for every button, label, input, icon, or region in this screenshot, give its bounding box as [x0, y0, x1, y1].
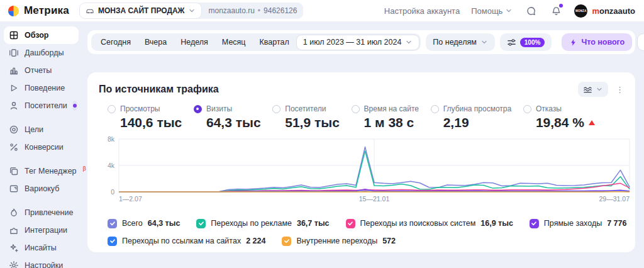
legend-item-6[interactable]: Внутренние переходы572 — [282, 237, 396, 246]
chevron-down-icon — [480, 38, 488, 46]
metric-tab-посетители[interactable]: Посетители51,9 тыс — [272, 104, 340, 130]
sidebar-item-goals[interactable]: Цели — [4, 121, 79, 138]
metric-header: Отказы — [523, 104, 595, 113]
preset-вчера[interactable]: Вчера — [138, 35, 174, 50]
counter-separator: • — [258, 6, 260, 15]
card-title: По источникам трафика — [99, 84, 219, 95]
overview-grid-icon — [9, 30, 19, 40]
checkbox-checked-icon[interactable] — [530, 219, 539, 228]
tag-manager-icon — [9, 166, 19, 176]
conversions-icon — [9, 142, 19, 152]
account-settings-link[interactable]: Настройка аккаунта — [384, 6, 460, 16]
checkbox-checked-icon[interactable] — [346, 219, 355, 228]
card-header: По источникам трафика ⋮ — [99, 82, 624, 97]
metric-value: 64,3 тыс — [194, 115, 261, 130]
legend-series-name: Переходы по рекламе — [211, 219, 292, 228]
attraction-icon — [9, 208, 19, 218]
svg-text:15—21.01: 15—21.01 — [359, 195, 390, 203]
dashboards-icon — [9, 48, 19, 58]
metric-radio[interactable] — [523, 105, 531, 113]
sidebar-item-visitors[interactable]: Посетители — [4, 97, 79, 114]
checkbox-checked-icon[interactable] — [282, 237, 291, 246]
sidebar-item-tag-manager[interactable]: Тег Менеджерβ — [4, 162, 79, 180]
grouping-value: По неделям — [433, 38, 476, 47]
metric-radio[interactable] — [431, 105, 439, 113]
whats-new-button[interactable]: Что нового — [562, 33, 632, 51]
svg-text:1—2.07: 1—2.07 — [119, 195, 142, 203]
chat-icon[interactable] — [524, 4, 538, 18]
metric-radio[interactable] — [272, 105, 280, 113]
preset-месяц[interactable]: Месяц — [215, 35, 253, 50]
preset-квартал[interactable]: Квартал — [253, 35, 296, 50]
sidebar-item-label: Вариокуб — [25, 184, 59, 193]
metric-label: Визиты — [206, 104, 232, 113]
metric-label: Время на сайте — [364, 104, 419, 113]
metric-tab-глубина-просмотра[interactable]: Глубина просмотра2,19 — [431, 104, 512, 130]
help-link[interactable]: Помощь — [471, 6, 513, 16]
metric-radio[interactable] — [194, 105, 202, 113]
sidebar-item-settings[interactable]: Настройки — [4, 257, 79, 268]
toolbar: СегодняВчераНеделяМесяцКвартал 1 июл 202… — [87, 30, 635, 54]
sidebar-item-overview-grid[interactable]: Обзор — [4, 26, 79, 44]
metric-value: 51,9 тыс — [272, 115, 340, 130]
preset-неделя[interactable]: Неделя — [174, 35, 215, 50]
counter-domain[interactable]: monzaauto.ru — [208, 6, 254, 15]
sampling-control[interactable]: 100% — [500, 33, 552, 51]
sidebar: ОбзорДашбордыОтчетыПоведениеПосетителиЦе… — [0, 21, 82, 268]
username: monzaauto — [592, 6, 635, 16]
sidebar-item-insights[interactable]: Инсайты — [4, 239, 79, 257]
legend-series-name: Прямые заходы — [544, 219, 602, 228]
date-range-value: 1 июл 2023 — 31 июл 2024 — [303, 38, 402, 47]
sidebar-item-integrations[interactable]: Интеграции — [4, 221, 79, 239]
whats-new-label: Что нового — [581, 38, 625, 47]
checkbox-checked-icon[interactable] — [108, 219, 117, 228]
sidebar-item-dashboards[interactable]: Дашборды — [4, 44, 79, 62]
checkbox-checked-icon[interactable] — [108, 237, 117, 246]
user-menu[interactable]: MONZA monzaauto — [574, 4, 635, 18]
legend-item-5[interactable]: Переходы по ссылкам на сайтах2 224 — [108, 237, 265, 246]
bell-icon[interactable] — [549, 4, 563, 18]
card-kebab-menu[interactable]: ⋮ — [616, 85, 624, 94]
header-right: Настройка аккаунта Помощь MONZA monzaaut… — [384, 4, 635, 18]
metric-tab-визиты[interactable]: Визиты64,3 тыс — [194, 104, 261, 130]
traffic-chart[interactable]: 04k8k1—2.0715—21.0129—31.07 — [99, 135, 624, 211]
metric-tab-отказы[interactable]: Отказы19,84 % — [523, 104, 595, 130]
metric-radio[interactable] — [352, 105, 360, 113]
legend-series-value: 2 224 — [246, 237, 265, 245]
sidebar-item-attraction[interactable]: Привлечение — [4, 204, 79, 221]
date-range-picker[interactable]: 1 июл 2023 — 31 июл 2024 — [296, 35, 420, 50]
legend-item-1[interactable]: Всего64,3 тыс — [108, 219, 180, 228]
logo-text: Метрика — [24, 4, 69, 17]
sidebar-item-reports[interactable]: Отчеты — [4, 62, 79, 79]
counter-switcher[interactable]: МОНЗА САЙТ ПРОДАЖ monzaauto.ru • 9462612… — [79, 3, 304, 19]
legend-item-4[interactable]: Прямые заходы7 776 — [530, 219, 627, 228]
top-header: Метрика МОНЗА САЙТ ПРОДАЖ monzaauto.ru •… — [0, 0, 644, 21]
sidebar-item-label: Цели — [25, 125, 43, 134]
sidebar-item-behavior[interactable]: Поведение — [4, 79, 79, 97]
insights-icon — [9, 243, 19, 253]
metric-header: Глубина просмотра — [431, 104, 512, 113]
legend-series-name: Внутренние переходы — [296, 237, 377, 245]
counter-selector[interactable]: МОНЗА САЙТ ПРОДАЖ — [79, 3, 203, 19]
add-button[interactable]: Добавить — [637, 33, 644, 51]
legend-series-value: 572 — [382, 237, 396, 245]
checkbox-checked-icon[interactable] — [196, 219, 206, 228]
metrika-logo[interactable]: Метрика — [8, 4, 69, 17]
grouping-dropdown[interactable]: По неделям — [426, 33, 494, 51]
chart-type-selector[interactable] — [578, 82, 608, 97]
preset-сегодня[interactable]: Сегодня — [94, 35, 138, 50]
metric-radio[interactable] — [108, 105, 116, 113]
legend-item-2[interactable]: Переходы по рекламе36,7 тыс — [196, 219, 329, 228]
metric-header: Визиты — [194, 104, 261, 113]
trend-up-icon — [589, 120, 595, 125]
metric-tab-просмотры[interactable]: Просмотры140,6 тыс — [108, 104, 182, 130]
legend-item-3[interactable]: Переходы из поисковых систем16,9 тыс — [346, 219, 513, 228]
chevron-down-icon — [596, 86, 603, 93]
sidebar-item-conversions[interactable]: Конверсии — [4, 138, 79, 156]
sidebar-group: ЦелиКонверсии — [4, 121, 79, 156]
new-indicator-badge — [73, 101, 77, 111]
metric-tab-время-на-сайте[interactable]: Время на сайте1 м 38 с — [352, 104, 419, 130]
metrika-logo-icon — [8, 5, 19, 17]
legend-series-value: 16,9 тыс — [480, 219, 513, 228]
sidebar-item-variocube[interactable]: Вариокуб — [4, 180, 79, 198]
